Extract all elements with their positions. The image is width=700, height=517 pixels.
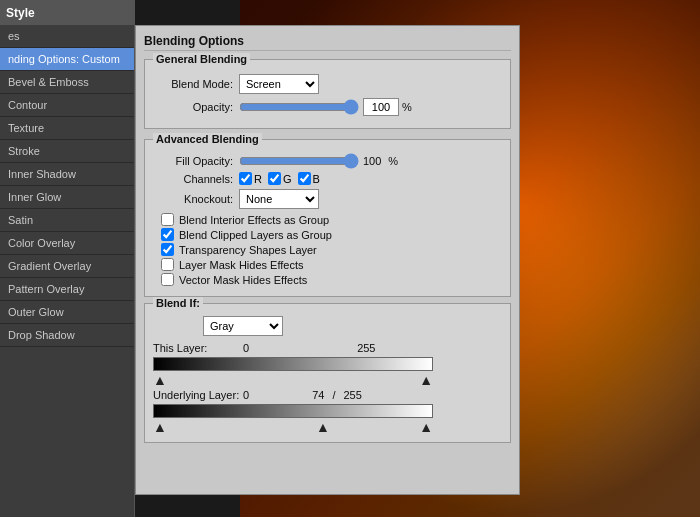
channel-g-checkbox[interactable] (268, 172, 281, 185)
channels-row: Channels: R G B (153, 172, 502, 185)
checkbox-blend-clipped: Blend Clipped Layers as Group (153, 228, 502, 241)
this-layer-row: This Layer: 0 255 (153, 342, 502, 354)
fill-opacity-slider-container: 100 % (239, 154, 502, 168)
sidebar-item-blending-options[interactable]: nding Options: Custom (0, 48, 134, 71)
fill-opacity-row: Fill Opacity: 100 % (153, 154, 502, 168)
advanced-blending-section: Advanced Blending Fill Opacity: 100 % Ch… (144, 139, 511, 297)
sidebar-item-bevel-emboss[interactable]: Bevel & Emboss (0, 71, 134, 94)
opacity-row: Opacity: % (153, 98, 502, 116)
knockout-select[interactable]: None Shallow Deep (239, 189, 319, 209)
blend-mode-label: Blend Mode: (153, 78, 233, 90)
underlying-layer-sep: / (332, 389, 335, 401)
dialog-title: Style (6, 6, 35, 20)
checkbox-layer-mask-hides: Layer Mask Hides Effects (153, 258, 502, 271)
channel-g-label: G (283, 173, 292, 185)
opacity-pct: % (402, 101, 412, 113)
sidebar-item-drop-shadow[interactable]: Drop Shadow (0, 324, 134, 347)
fill-opacity-label: Fill Opacity: (153, 155, 233, 167)
underlying-layer-thumb-right[interactable]: ▲ (419, 420, 433, 432)
underlying-layer-row: Underlying Layer: 0 74 / 255 (153, 389, 502, 401)
channel-r-label: R (254, 173, 262, 185)
underlying-layer-thumb-mid[interactable]: ▲ (316, 420, 330, 432)
this-layer-values: 0 255 (243, 342, 375, 354)
sidebar-item-contour[interactable]: Contour (0, 94, 134, 117)
sidebar-item-satin[interactable]: Satin (0, 209, 134, 232)
advanced-checkboxes: Blend Interior Effects as Group Blend Cl… (153, 213, 502, 286)
this-layer-gradient (153, 357, 433, 371)
knockout-label: Knockout: (153, 193, 233, 205)
knockout-row: Knockout: None Shallow Deep (153, 189, 502, 209)
blend-mode-select[interactable]: Screen (239, 74, 319, 94)
checkbox-vector-mask-hides: Vector Mask Hides Effects (153, 273, 502, 286)
sidebar-item-styles[interactable]: es (0, 25, 134, 48)
layer-mask-hides-checkbox[interactable] (161, 258, 174, 271)
sidebar-item-texture[interactable]: Texture (0, 117, 134, 140)
general-blending-section: General Blending Blend Mode: Screen Opac… (144, 59, 511, 129)
top-bar: Style (0, 0, 135, 25)
blend-clipped-label: Blend Clipped Layers as Group (179, 229, 332, 241)
this-layer-thumb-right[interactable]: ▲ (419, 373, 433, 385)
underlying-layer-thumb-left[interactable]: ▲ (153, 420, 167, 432)
channels-label: Channels: (153, 173, 233, 185)
blend-if-select[interactable]: Gray Red Green Blue (203, 316, 283, 336)
blend-mode-row: Blend Mode: Screen (153, 74, 502, 94)
underlying-layer-thumbs: ▲ ▲ ▲ (153, 420, 433, 432)
layer-mask-hides-label: Layer Mask Hides Effects (179, 259, 304, 271)
blend-interior-checkbox[interactable] (161, 213, 174, 226)
checkbox-blend-interior: Blend Interior Effects as Group (153, 213, 502, 226)
vector-mask-hides-checkbox[interactable] (161, 273, 174, 286)
underlying-layer-values: 0 74 / 255 (243, 389, 362, 401)
transparency-shapes-label: Transparency Shapes Layer (179, 244, 317, 256)
general-blending-title: General Blending (153, 53, 250, 65)
dialog-panel: Blending Options General Blending Blend … (135, 25, 520, 495)
fill-opacity-slider[interactable] (239, 154, 359, 168)
opacity-value-input[interactable] (363, 98, 399, 116)
vector-mask-hides-label: Vector Mask Hides Effects (179, 274, 307, 286)
checkbox-transparency-shapes: Transparency Shapes Layer (153, 243, 502, 256)
underlying-layer-label: Underlying Layer: (153, 389, 243, 401)
sidebar-item-gradient-overlay[interactable]: Gradient Overlay (0, 255, 134, 278)
this-layer-thumb-left[interactable]: ▲ (153, 373, 167, 385)
sidebar-item-color-overlay[interactable]: Color Overlay (0, 232, 134, 255)
sidebar-item-stroke[interactable]: Stroke (0, 140, 134, 163)
sidebar: es nding Options: Custom Bevel & Emboss … (0, 0, 135, 517)
this-layer-min: 0 (243, 342, 249, 354)
channel-r-check: R (239, 172, 262, 185)
blend-clipped-checkbox[interactable] (161, 228, 174, 241)
this-layer-max: 255 (357, 342, 375, 354)
blend-if-title: Blend If: (153, 297, 203, 309)
channel-b-label: B (313, 173, 320, 185)
sidebar-item-pattern-overlay[interactable]: Pattern Overlay (0, 278, 134, 301)
underlying-layer-gradient (153, 404, 433, 418)
underlying-layer-mid: 74 (312, 389, 324, 401)
channels-checkboxes: R G B (239, 172, 326, 185)
channel-b-checkbox[interactable] (298, 172, 311, 185)
fill-opacity-pct: % (388, 155, 398, 167)
opacity-slider-container: % (239, 98, 502, 116)
sidebar-item-inner-glow[interactable]: Inner Glow (0, 186, 134, 209)
underlying-layer-max: 255 (343, 389, 361, 401)
opacity-slider[interactable] (239, 100, 359, 114)
channel-b-check: B (298, 172, 320, 185)
blend-if-row: Gray Red Green Blue (153, 316, 502, 336)
blend-if-section: Blend If: Gray Red Green Blue This Layer… (144, 303, 511, 443)
underlying-layer-min: 0 (243, 389, 249, 401)
channel-r-checkbox[interactable] (239, 172, 252, 185)
opacity-label: Opacity: (153, 101, 233, 113)
this-layer-thumbs: ▲ ▲ (153, 373, 433, 385)
sidebar-item-outer-glow[interactable]: Outer Glow (0, 301, 134, 324)
blend-interior-label: Blend Interior Effects as Group (179, 214, 329, 226)
advanced-blending-title: Advanced Blending (153, 133, 262, 145)
sidebar-item-inner-shadow[interactable]: Inner Shadow (0, 163, 134, 186)
transparency-shapes-checkbox[interactable] (161, 243, 174, 256)
fill-opacity-value: 100 (363, 155, 381, 167)
this-layer-label: This Layer: (153, 342, 243, 354)
channel-g-check: G (268, 172, 292, 185)
blending-options-title: Blending Options (144, 34, 511, 51)
